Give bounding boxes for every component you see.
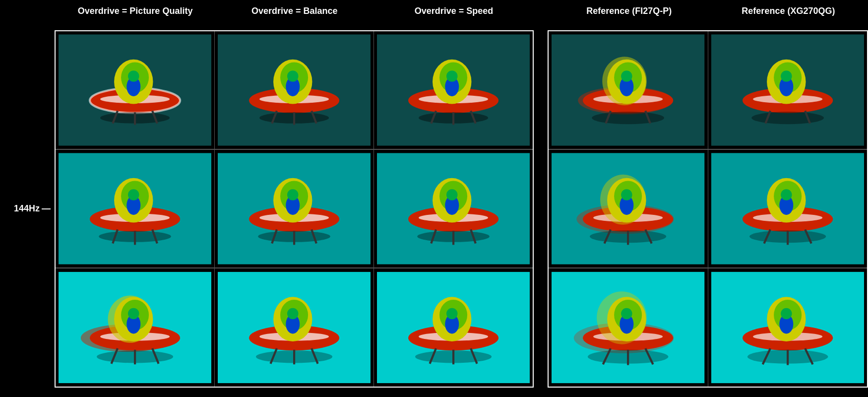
svg-point-7 xyxy=(128,70,139,81)
cell-2-2 xyxy=(215,150,374,268)
scene-r3-1 xyxy=(552,271,704,384)
hz-label-container: 144Hz — xyxy=(5,203,55,214)
svg-point-156 xyxy=(621,308,632,319)
cell-1-3 xyxy=(374,31,533,149)
grid-row-1 xyxy=(56,31,533,150)
scene-3-2 xyxy=(218,271,371,384)
cell-r2-1 xyxy=(549,150,708,268)
scene-1-2 xyxy=(218,34,371,146)
svg-point-143 xyxy=(781,189,792,200)
cell-1-1 xyxy=(56,31,215,149)
col2-label: Overdrive = Balance xyxy=(251,6,338,16)
main-area: 144Hz — xyxy=(0,20,868,397)
hz-text: 144Hz xyxy=(14,203,40,214)
scene-2-1 xyxy=(59,153,211,265)
cell-3-2 xyxy=(215,268,374,387)
col-header-4: Reference (FI27Q-P) xyxy=(550,5,709,17)
scene-3-3 xyxy=(377,271,530,384)
col-header-5: Reference (XG270QG) xyxy=(709,5,868,17)
col-header-1: Overdrive = Picture Quality xyxy=(56,6,215,16)
scene-r2-2 xyxy=(711,153,864,265)
right-row-1 xyxy=(549,31,867,150)
cell-r1-2 xyxy=(708,31,867,149)
left-group xyxy=(55,30,534,388)
cell-r1-1 xyxy=(549,31,708,149)
svg-point-110 xyxy=(621,70,632,81)
col3-label: Overdrive = Speed xyxy=(415,6,494,16)
col4-label: Reference (FI27Q-P) xyxy=(586,6,672,16)
cell-1-2 xyxy=(215,31,374,149)
svg-point-40 xyxy=(128,189,139,200)
scene-3-1 xyxy=(59,271,211,384)
cell-3-1 xyxy=(56,268,215,387)
cell-r3-2 xyxy=(708,268,867,387)
svg-point-97 xyxy=(446,308,457,319)
scene-r2-1 xyxy=(552,153,704,265)
scene-r3-2 xyxy=(711,271,864,384)
col-header-2: Overdrive = Balance xyxy=(215,6,374,16)
col5-label: Reference (XG270QG) xyxy=(742,6,835,16)
svg-point-62 xyxy=(446,189,457,200)
right-row-3 xyxy=(549,268,867,387)
right-group xyxy=(548,30,868,388)
cell-3-3 xyxy=(374,268,533,387)
cell-2-1 xyxy=(56,150,215,268)
grid-row-2 xyxy=(56,150,533,268)
hz-arrow: — xyxy=(42,203,51,214)
scene-r1-1 xyxy=(552,34,704,146)
svg-point-111 xyxy=(592,111,665,124)
scene-1-1 xyxy=(59,34,211,146)
page-container: Overdrive = Picture Quality Overdrive = … xyxy=(0,0,868,397)
grid-wrapper xyxy=(55,30,868,388)
svg-point-132 xyxy=(621,189,632,200)
group-divider xyxy=(534,30,548,388)
svg-point-121 xyxy=(751,111,824,124)
svg-point-86 xyxy=(287,308,298,319)
header-row: Overdrive = Picture Quality Overdrive = … xyxy=(0,0,868,20)
scene-2-2 xyxy=(218,153,371,265)
svg-point-18 xyxy=(287,70,298,81)
svg-point-51 xyxy=(287,189,298,200)
scene-2-3 xyxy=(377,153,530,265)
col-header-3: Overdrive = Speed xyxy=(374,6,533,16)
svg-point-120 xyxy=(781,70,792,81)
cell-r3-1 xyxy=(549,268,708,387)
hz-label: 144Hz — xyxy=(14,203,51,214)
grid-row-3 xyxy=(56,268,533,387)
scene-1-3 xyxy=(377,34,530,146)
scene-r1-2 xyxy=(711,34,864,146)
svg-point-167 xyxy=(781,308,792,319)
col1-label: Overdrive = Picture Quality xyxy=(78,6,193,16)
svg-point-29 xyxy=(446,70,457,81)
cell-r2-2 xyxy=(708,150,867,268)
right-row-2 xyxy=(549,150,867,268)
cell-2-3 xyxy=(374,150,533,268)
svg-point-75 xyxy=(128,308,139,319)
